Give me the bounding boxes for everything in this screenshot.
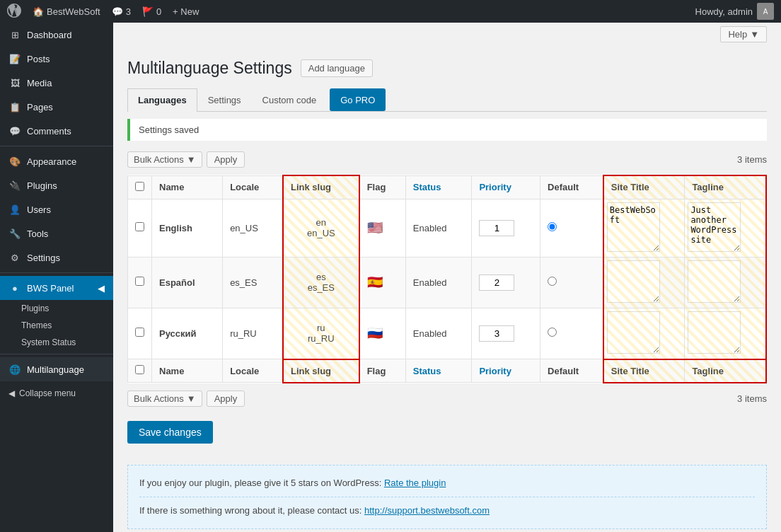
home-icon: 🏠 bbox=[33, 6, 44, 17]
default-radio-2[interactable] bbox=[548, 277, 557, 286]
tfoot-link-slug: Link slug bbox=[283, 359, 359, 383]
site-title-textarea-1[interactable]: BestWebSoft bbox=[607, 202, 660, 252]
sidebar-item-appearance[interactable]: 🎨 Appearance bbox=[0, 149, 113, 173]
table-row: English en_US enen_US 🇺🇸 Enabled bbox=[128, 199, 767, 257]
menu-separator-2 bbox=[0, 272, 113, 273]
info-line-2: If there is something wrong about it, pl… bbox=[139, 502, 755, 520]
tagline-textarea-2[interactable] bbox=[688, 260, 741, 303]
th-priority[interactable]: Priority bbox=[472, 175, 540, 199]
posts-icon: 📝 bbox=[8, 52, 21, 65]
sidebar-item-dashboard[interactable]: ⊞ Dashboard bbox=[0, 23, 113, 47]
rate-plugin-link[interactable]: Rate the plugin bbox=[384, 478, 446, 488]
wp-logo-icon bbox=[7, 4, 21, 20]
row-tagline-1: Just another WordPress site bbox=[685, 199, 766, 257]
priority-input-3[interactable] bbox=[479, 325, 514, 342]
menu-separator-3 bbox=[0, 354, 113, 354]
row-checkbox-2[interactable] bbox=[135, 277, 144, 286]
priority-input-1[interactable] bbox=[479, 220, 514, 236]
sidebar-item-multilanguage[interactable]: 🌐 Multilanguage bbox=[0, 357, 113, 381]
main-content: Help ▼ Multilanguage Settings Add langua… bbox=[113, 23, 781, 532]
tfoot-tagline: Tagline bbox=[685, 359, 766, 383]
page-title: Multilanguage Settings bbox=[127, 59, 292, 78]
new-item[interactable]: + New bbox=[173, 6, 199, 17]
page-wrap: Multilanguage Settings Add language Lang… bbox=[113, 46, 781, 532]
row-flag-2: 🇪🇸 bbox=[359, 257, 406, 308]
sidebar-item-pages[interactable]: 📋 Pages bbox=[0, 95, 113, 119]
row-default-2 bbox=[540, 257, 603, 308]
row-checkbox-1[interactable] bbox=[135, 222, 144, 231]
tfoot-status[interactable]: Status bbox=[405, 359, 472, 383]
th-check bbox=[128, 175, 152, 199]
tfoot-locale: Locale bbox=[223, 359, 283, 383]
site-title-textarea-2[interactable] bbox=[607, 260, 660, 303]
site-title-textarea-3[interactable] bbox=[607, 311, 660, 354]
sidebar-item-settings[interactable]: ⚙ Settings bbox=[0, 245, 113, 270]
sidebar-subitem-themes[interactable]: Themes bbox=[0, 317, 113, 334]
sidebar-item-media[interactable]: 🖼 Media bbox=[0, 71, 113, 95]
row-site-title-1: BestWebSoft bbox=[603, 199, 685, 257]
row-name-3: Русский bbox=[152, 308, 223, 359]
sidebar-item-comments[interactable]: 💬 Comments bbox=[0, 119, 113, 143]
sidebar-item-users[interactable]: 👤 Users bbox=[0, 197, 113, 221]
th-name: Name bbox=[152, 175, 223, 199]
items-count-bottom: 3 items bbox=[737, 393, 767, 404]
feedback-bar-item[interactable]: 🚩 0 bbox=[142, 6, 161, 17]
media-icon: 🖼 bbox=[8, 76, 21, 89]
row-name-2: Español bbox=[152, 257, 223, 308]
site-name[interactable]: 🏠 BestWebSoft bbox=[33, 6, 100, 17]
apply-button-top[interactable]: Apply bbox=[207, 151, 245, 168]
save-changes-button[interactable]: Save changes bbox=[127, 421, 213, 444]
tablenav-top: Bulk Actions ▼ Apply 3 items bbox=[127, 148, 767, 171]
th-flag: Flag bbox=[359, 175, 406, 199]
tab-settings[interactable]: Settings bbox=[197, 88, 252, 111]
row-status-1: Enabled bbox=[405, 199, 472, 257]
support-link[interactable]: http://support.bestwebsoft.com bbox=[364, 505, 490, 516]
add-language-button[interactable]: Add language bbox=[301, 59, 373, 77]
info-box: If you enjoy our plugin, please give it … bbox=[127, 465, 767, 529]
tab-languages[interactable]: Languages bbox=[127, 88, 197, 112]
row-site-title-2 bbox=[603, 257, 685, 308]
appearance-icon: 🎨 bbox=[8, 155, 21, 168]
tab-custom-code[interactable]: Custom code bbox=[252, 88, 328, 111]
th-status[interactable]: Status bbox=[405, 175, 472, 199]
sidebar-subitem-system-status[interactable]: System Status bbox=[0, 334, 113, 351]
collapse-menu[interactable]: ◀ Collapse menu bbox=[0, 381, 113, 405]
comments-bar-item[interactable]: 💬 3 bbox=[112, 6, 131, 17]
tools-icon: 🔧 bbox=[8, 227, 21, 240]
tfoot-priority[interactable]: Priority bbox=[472, 359, 540, 383]
help-button[interactable]: Help ▼ bbox=[720, 26, 767, 42]
tab-go-pro[interactable]: Go PRO bbox=[330, 88, 386, 111]
languages-table: Name Locale Link slug Flag Status Priori… bbox=[127, 175, 767, 383]
tfoot-name: Name bbox=[152, 359, 223, 383]
sidebar-item-posts[interactable]: 📝 Posts bbox=[0, 47, 113, 71]
bulk-actions-select-bottom[interactable]: Bulk Actions ▼ bbox=[127, 391, 202, 407]
row-link-slug-1: enen_US bbox=[283, 199, 359, 257]
row-default-1 bbox=[540, 199, 603, 257]
row-checkbox-3[interactable] bbox=[135, 328, 144, 337]
sidebar-item-bws-panel[interactable]: ● BWS Panel ◀ bbox=[0, 276, 113, 300]
dashboard-icon: ⊞ bbox=[8, 28, 21, 41]
comments-icon: 💬 bbox=[112, 6, 123, 17]
tagline-textarea-1[interactable]: Just another WordPress site bbox=[688, 202, 741, 252]
tfoot-site-title: Site Title bbox=[603, 359, 685, 383]
sidebar-item-tools[interactable]: 🔧 Tools bbox=[0, 221, 113, 245]
bulk-actions-chevron-icon: ▼ bbox=[187, 154, 196, 165]
tagline-textarea-3[interactable] bbox=[688, 311, 741, 354]
row-link-slug-3: ruru_RU bbox=[283, 308, 359, 359]
avatar: A bbox=[757, 3, 774, 20]
tfoot-check bbox=[128, 359, 152, 383]
default-radio-3[interactable] bbox=[548, 328, 557, 337]
sidebar-subitem-plugins[interactable]: Plugins bbox=[0, 300, 113, 317]
select-all-checkbox-top[interactable] bbox=[135, 182, 144, 191]
default-radio-1[interactable] bbox=[548, 222, 557, 231]
sidebar-item-plugins[interactable]: 🔌 Plugins bbox=[0, 173, 113, 197]
bulk-actions-select-top[interactable]: Bulk Actions ▼ bbox=[127, 151, 202, 168]
howdy-text: Howdy, admin A bbox=[695, 3, 774, 20]
apply-button-bottom[interactable]: Apply bbox=[207, 391, 245, 407]
tablenav-left-bottom: Bulk Actions ▼ Apply bbox=[127, 391, 245, 407]
info-line-1: If you enjoy our plugin, please give it … bbox=[139, 474, 755, 492]
row-tagline-2 bbox=[685, 257, 766, 308]
select-all-checkbox-bottom[interactable] bbox=[135, 365, 144, 374]
priority-input-2[interactable] bbox=[479, 274, 514, 291]
row-check-1 bbox=[128, 199, 152, 257]
